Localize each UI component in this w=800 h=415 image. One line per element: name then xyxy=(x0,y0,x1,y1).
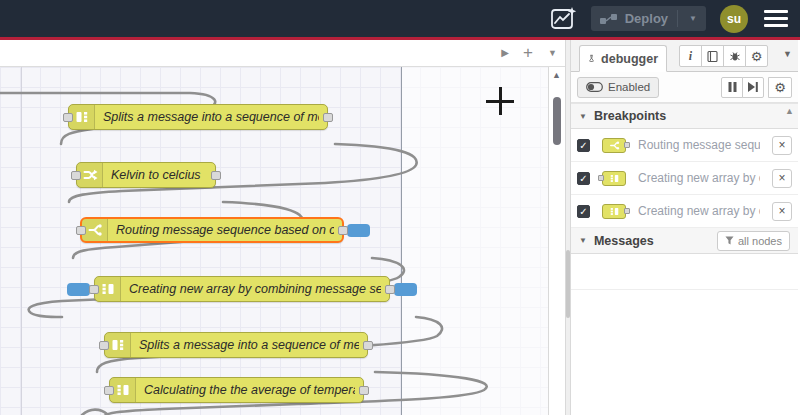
node-label: Kelvin to celcius xyxy=(111,163,207,187)
sidebar-tab-bar: debugger i ⚙ xyxy=(571,40,798,72)
node-port-output[interactable] xyxy=(323,113,333,122)
flow-list-button[interactable]: ▼ xyxy=(548,44,557,62)
step-button[interactable] xyxy=(742,77,764,98)
sidebar: debugger i ⚙ xyxy=(571,40,798,415)
flow-node[interactable]: Creating new array by combining message … xyxy=(94,276,390,302)
deploy-label: Deploy xyxy=(625,11,668,26)
breakpoint-node-icon xyxy=(602,171,626,186)
settings-gear-button[interactable]: ⚙ xyxy=(745,45,768,67)
run-flows-button[interactable]: ▶ xyxy=(501,44,509,62)
filter-label: all nodes xyxy=(738,235,782,247)
breakpoint-label: Creating new array by combini xyxy=(638,171,760,185)
node-label: Creating new array by combining message … xyxy=(129,277,381,301)
sparkle-chart-icon xyxy=(550,6,577,31)
sidebar-tool-buttons: i ⚙ xyxy=(680,45,768,67)
gear-icon: ⚙ xyxy=(774,80,786,95)
chevron-down-icon: ▼ xyxy=(579,236,587,245)
tab-debugger-label: debugger xyxy=(601,52,658,66)
join-icon xyxy=(115,382,131,398)
breakpoint-label: Creating new array by combini xyxy=(638,204,760,218)
node-port-output[interactable] xyxy=(363,341,373,350)
node-port-input[interactable] xyxy=(99,341,109,350)
breakpoint-marker[interactable] xyxy=(394,283,417,296)
node-label: Splits a message into a sequence of mess… xyxy=(139,333,359,357)
help-book-button[interactable] xyxy=(701,45,724,67)
user-avatar[interactable]: su xyxy=(720,5,748,33)
app-header: Deploy ▼ su xyxy=(0,0,800,37)
debugger-enabled-toggle[interactable]: Enabled xyxy=(577,77,659,98)
node-label: Splits a message into a sequence of mess… xyxy=(103,105,319,129)
messages-section-header[interactable]: ▼ Messages all nodes xyxy=(571,228,798,254)
flow-node[interactable]: Calculating the the average of temperatu… xyxy=(109,377,364,403)
remove-breakpoint-button[interactable]: × xyxy=(772,169,792,188)
breakpoints-title: Breakpoints xyxy=(594,109,666,123)
breakpoint-row: ✓ Creating new array by combini × xyxy=(571,162,798,195)
debug-bug-button[interactable] xyxy=(723,45,746,67)
breakpoint-marker[interactable] xyxy=(67,283,90,296)
breakpoint-marker[interactable] xyxy=(347,224,370,237)
step-icon xyxy=(748,82,758,92)
change-icon xyxy=(82,167,98,183)
breakpoints-section-header[interactable]: ▼ Breakpoints xyxy=(571,103,798,129)
messages-empty-area xyxy=(571,254,798,290)
remove-breakpoint-button[interactable]: × xyxy=(772,136,792,155)
canvas-scrollbar-thumb[interactable] xyxy=(553,97,561,145)
sidebar-scroll-up-icon[interactable]: ▲ xyxy=(785,106,794,116)
breakpoint-row: ✓ Routing message sequence ba × xyxy=(571,129,798,162)
mini-port-icon xyxy=(598,175,604,181)
flow-node[interactable]: Splits a message into a sequence of mess… xyxy=(104,332,368,358)
pause-button[interactable] xyxy=(721,77,743,98)
flow-canvas[interactable]: Splits a message into a sequence of mess… xyxy=(0,67,548,415)
breakpoint-checkbox[interactable]: ✓ xyxy=(577,205,590,218)
enabled-label: Enabled xyxy=(608,81,650,93)
flow-snapshot-button[interactable] xyxy=(550,6,577,31)
workspace-column: ▶ + ▼ Splits a message into a sequence o… xyxy=(0,40,565,415)
messages-title: Messages xyxy=(594,234,654,248)
flow-node[interactable]: Kelvin to celcius xyxy=(76,162,216,188)
bug-icon xyxy=(729,50,741,62)
node-port-output[interactable] xyxy=(385,285,395,294)
wire[interactable] xyxy=(82,410,107,415)
node-port-input[interactable] xyxy=(63,113,73,122)
node-port-input[interactable] xyxy=(76,226,86,235)
scroll-up-arrow-icon[interactable]: ▲ xyxy=(552,70,561,80)
node-port-output[interactable] xyxy=(338,226,348,235)
node-port-input[interactable] xyxy=(71,171,81,180)
breakpoint-row: ✓ Creating new array by combini × xyxy=(571,195,798,228)
flow-tab-strip: ▶ + ▼ xyxy=(0,40,565,67)
node-label: Routing message sequence based on condit… xyxy=(116,219,334,241)
message-filter-button[interactable]: all nodes xyxy=(717,231,790,251)
flow-node[interactable]: Splits a message into a sequence of mess… xyxy=(68,104,328,130)
node-label: Calculating the the average of temperatu… xyxy=(144,378,355,402)
deploy-options-caret[interactable]: ▼ xyxy=(685,14,697,23)
chevron-down-icon: ▼ xyxy=(579,112,587,121)
hamburger-icon xyxy=(764,10,788,13)
sidebar-collapse-button[interactable]: ▼ xyxy=(783,49,792,59)
info-button[interactable]: i xyxy=(679,45,702,67)
deploy-button[interactable]: Deploy ▼ xyxy=(591,6,706,31)
flask-icon xyxy=(588,52,595,65)
switch-icon xyxy=(609,140,620,151)
deploy-separator xyxy=(677,10,678,27)
flow-node[interactable]: Routing message sequence based on condit… xyxy=(80,217,344,243)
node-port-output[interactable] xyxy=(211,171,221,180)
breakpoint-node-icon xyxy=(602,138,626,153)
breakpoint-checkbox[interactable]: ✓ xyxy=(577,172,590,185)
main-menu-button[interactable] xyxy=(762,6,790,32)
debugger-settings-button[interactable]: ⚙ xyxy=(768,77,792,98)
node-port-input[interactable] xyxy=(104,386,114,395)
add-flow-button[interactable]: + xyxy=(523,44,533,62)
node-port-output[interactable] xyxy=(359,386,369,395)
breakpoint-checkbox[interactable]: ✓ xyxy=(577,139,590,152)
tab-debugger[interactable]: debugger xyxy=(579,45,667,72)
book-icon xyxy=(707,50,719,62)
canvas-vertical-scrollbar[interactable]: ▲ xyxy=(548,67,565,415)
mini-port-icon xyxy=(624,142,630,148)
join-icon xyxy=(609,173,620,184)
deploy-node-icon xyxy=(600,13,618,25)
splitter-grip[interactable] xyxy=(566,250,570,318)
remove-breakpoint-button[interactable]: × xyxy=(772,202,792,221)
debugger-toolbar: Enabled ⚙ xyxy=(571,72,798,103)
join-icon xyxy=(100,281,116,297)
node-port-input[interactable] xyxy=(89,285,99,294)
